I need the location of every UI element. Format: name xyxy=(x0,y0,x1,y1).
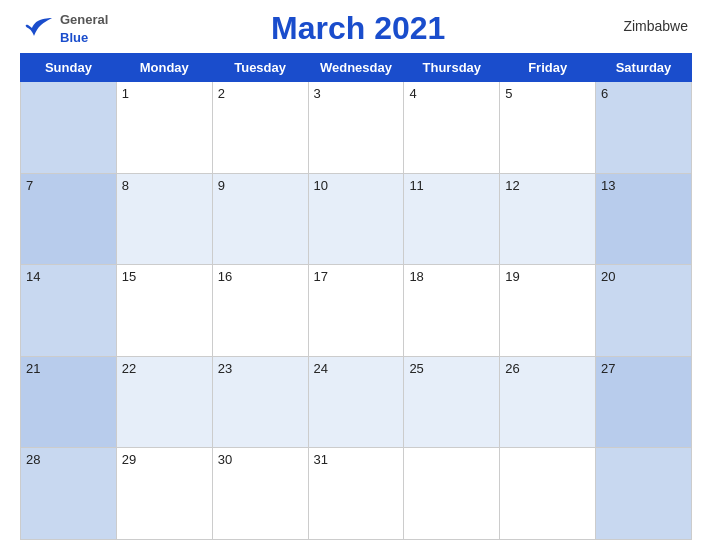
calendar-cell: 11 xyxy=(404,173,500,265)
calendar-cell: 23 xyxy=(212,356,308,448)
logo-general-text: General xyxy=(60,12,108,27)
day-number: 12 xyxy=(505,178,519,193)
day-number: 29 xyxy=(122,452,136,467)
calendar-week-row: 123456 xyxy=(21,82,692,174)
day-number: 25 xyxy=(409,361,423,376)
calendar-cell: 31 xyxy=(308,448,404,540)
calendar-cell: 28 xyxy=(21,448,117,540)
header-saturday: Saturday xyxy=(596,54,692,82)
day-number: 20 xyxy=(601,269,615,284)
calendar-cell: 16 xyxy=(212,265,308,357)
calendar-cell: 22 xyxy=(116,356,212,448)
calendar-cell: 24 xyxy=(308,356,404,448)
calendar-cell: 18 xyxy=(404,265,500,357)
header-tuesday: Tuesday xyxy=(212,54,308,82)
day-number: 7 xyxy=(26,178,33,193)
logo-bird-icon xyxy=(24,16,56,40)
calendar-cell: 13 xyxy=(596,173,692,265)
calendar-cell: 21 xyxy=(21,356,117,448)
calendar-cell: 17 xyxy=(308,265,404,357)
calendar-cell: 29 xyxy=(116,448,212,540)
calendar-table: SundayMondayTuesdayWednesdayThursdayFrid… xyxy=(20,53,692,540)
day-number: 14 xyxy=(26,269,40,284)
day-number: 26 xyxy=(505,361,519,376)
calendar-week-row: 28293031 xyxy=(21,448,692,540)
logo: General Blue xyxy=(24,10,108,46)
day-number: 4 xyxy=(409,86,416,101)
day-number: 21 xyxy=(26,361,40,376)
calendar-cell: 3 xyxy=(308,82,404,174)
calendar-week-row: 14151617181920 xyxy=(21,265,692,357)
day-number: 27 xyxy=(601,361,615,376)
calendar-cell: 9 xyxy=(212,173,308,265)
day-number: 8 xyxy=(122,178,129,193)
day-number: 10 xyxy=(314,178,328,193)
day-number: 22 xyxy=(122,361,136,376)
calendar-cell: 1 xyxy=(116,82,212,174)
day-number: 18 xyxy=(409,269,423,284)
calendar-cell: 19 xyxy=(500,265,596,357)
day-number: 2 xyxy=(218,86,225,101)
day-number: 19 xyxy=(505,269,519,284)
day-number: 17 xyxy=(314,269,328,284)
header-wednesday: Wednesday xyxy=(308,54,404,82)
calendar-week-row: 21222324252627 xyxy=(21,356,692,448)
day-number: 3 xyxy=(314,86,321,101)
calendar-cell xyxy=(596,448,692,540)
day-number: 9 xyxy=(218,178,225,193)
days-header-row: SundayMondayTuesdayWednesdayThursdayFrid… xyxy=(21,54,692,82)
calendar-cell: 26 xyxy=(500,356,596,448)
calendar-cell: 27 xyxy=(596,356,692,448)
calendar-cell: 25 xyxy=(404,356,500,448)
day-number: 24 xyxy=(314,361,328,376)
calendar-cell: 6 xyxy=(596,82,692,174)
calendar-cell: 30 xyxy=(212,448,308,540)
calendar-cell: 10 xyxy=(308,173,404,265)
calendar-cell: 2 xyxy=(212,82,308,174)
day-number: 31 xyxy=(314,452,328,467)
day-number: 30 xyxy=(218,452,232,467)
day-number: 16 xyxy=(218,269,232,284)
calendar-cell: 5 xyxy=(500,82,596,174)
day-number: 6 xyxy=(601,86,608,101)
calendar-cell: 12 xyxy=(500,173,596,265)
day-number: 23 xyxy=(218,361,232,376)
calendar-cell: 20 xyxy=(596,265,692,357)
header-sunday: Sunday xyxy=(21,54,117,82)
day-number: 5 xyxy=(505,86,512,101)
day-number: 28 xyxy=(26,452,40,467)
day-number: 15 xyxy=(122,269,136,284)
calendar-cell: 7 xyxy=(21,173,117,265)
calendar-cell xyxy=(404,448,500,540)
header-thursday: Thursday xyxy=(404,54,500,82)
day-number: 11 xyxy=(409,178,423,193)
calendar-cell xyxy=(500,448,596,540)
day-number: 1 xyxy=(122,86,129,101)
calendar-cell: 14 xyxy=(21,265,117,357)
header-monday: Monday xyxy=(116,54,212,82)
calendar-week-row: 78910111213 xyxy=(21,173,692,265)
calendar-cell: 4 xyxy=(404,82,500,174)
month-title: March 2021 xyxy=(108,10,608,47)
calendar-cell: 15 xyxy=(116,265,212,357)
day-number: 13 xyxy=(601,178,615,193)
logo-blue-text: Blue xyxy=(60,30,88,45)
country-label: Zimbabwe xyxy=(608,10,688,34)
calendar-header: General Blue March 2021 Zimbabwe xyxy=(20,10,692,47)
header-friday: Friday xyxy=(500,54,596,82)
calendar-cell xyxy=(21,82,117,174)
calendar-cell: 8 xyxy=(116,173,212,265)
